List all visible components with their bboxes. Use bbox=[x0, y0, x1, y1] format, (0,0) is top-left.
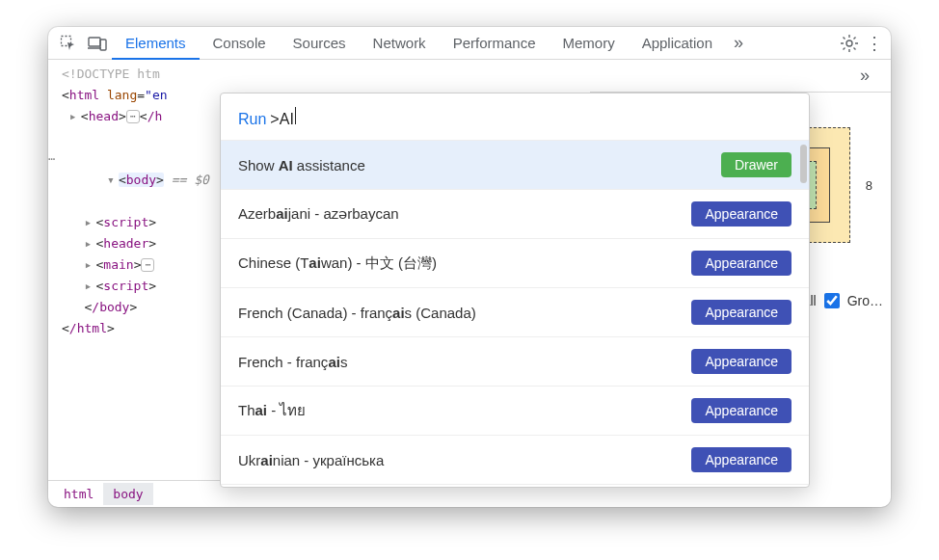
command-input[interactable]: >AI bbox=[270, 111, 293, 128]
tab-performance[interactable]: Performance bbox=[440, 27, 550, 59]
command-item[interactable]: Thai - ไทยAppearance bbox=[221, 387, 809, 436]
tab-console[interactable]: Console bbox=[200, 27, 280, 59]
script-tag[interactable]: script bbox=[103, 215, 148, 229]
selected-annotation: == $0 bbox=[172, 173, 209, 187]
head-tag[interactable]: head bbox=[89, 109, 119, 123]
command-list: Show AI assistanceDrawerAzerbaijani - az… bbox=[221, 140, 809, 487]
command-item[interactable]: Ukrainian - українськаAppearance bbox=[221, 436, 809, 485]
tab-network[interactable]: Network bbox=[360, 27, 440, 59]
doctype: <!DOCTYPE htm bbox=[62, 67, 160, 81]
scrollbar[interactable] bbox=[800, 145, 807, 183]
command-item-badge: Appearance bbox=[691, 349, 791, 374]
svg-point-4 bbox=[846, 40, 852, 46]
command-item-label: French - français bbox=[238, 354, 347, 370]
tab-bar: ElementsConsoleSourcesNetworkPerformance… bbox=[48, 27, 891, 60]
pane-overflow-icon[interactable]: » bbox=[860, 66, 870, 86]
html-open: <html lang="en bbox=[62, 88, 168, 102]
command-item[interactable]: Azerbaijani - azərbaycanAppearance bbox=[221, 190, 809, 239]
styles-pane-bar: » bbox=[590, 60, 891, 93]
command-item-badge: Appearance bbox=[691, 251, 791, 276]
command-item-badge: Appearance bbox=[691, 447, 791, 472]
caret-icon bbox=[295, 107, 296, 124]
group-label: Gro… bbox=[847, 293, 883, 308]
box-model-value: 8 bbox=[866, 178, 872, 193]
command-prefix: Run bbox=[238, 111, 266, 128]
body-tag[interactable]: <body> bbox=[119, 173, 164, 187]
group-checkbox[interactable] bbox=[824, 293, 840, 308]
svg-rect-1 bbox=[89, 38, 100, 46]
command-item-label: Ukrainian - українська bbox=[238, 452, 384, 468]
tabs-overflow-icon[interactable]: » bbox=[726, 27, 751, 59]
command-item[interactable]: Show ApplicationPanel bbox=[221, 485, 809, 487]
tab-memory[interactable]: Memory bbox=[550, 27, 629, 59]
more-icon[interactable]: ⋮ bbox=[866, 33, 883, 54]
command-item-badge: Appearance bbox=[691, 201, 791, 227]
tab-elements[interactable]: Elements bbox=[112, 27, 200, 59]
command-item-label: Chinese (Taiwan) - 中文 (台灣) bbox=[238, 254, 437, 273]
command-item-badge: Appearance bbox=[691, 300, 791, 325]
command-item[interactable]: French (Canada) - français (Canada)Appea… bbox=[221, 288, 809, 337]
body-close: /body bbox=[92, 300, 129, 314]
breadcrumb-item[interactable]: html bbox=[54, 483, 103, 505]
command-item[interactable]: Chinese (Taiwan) - 中文 (台灣)Appearance bbox=[221, 239, 809, 288]
header-tag[interactable]: header bbox=[103, 236, 148, 251]
ellipsis-icon[interactable]: ⋯ bbox=[126, 110, 140, 123]
script-tag[interactable]: script bbox=[103, 279, 148, 293]
html-close: /html bbox=[69, 321, 107, 335]
command-input-row: Run >AI bbox=[221, 107, 809, 140]
tabs: ElementsConsoleSourcesNetworkPerformance… bbox=[112, 27, 726, 59]
devtools-window: ElementsConsoleSourcesNetworkPerformance… bbox=[48, 27, 891, 507]
command-item-label: Thai - ไทย bbox=[238, 399, 306, 422]
command-item-label: French (Canada) - français (Canada) bbox=[238, 305, 476, 321]
command-item-badge: Appearance bbox=[691, 398, 791, 423]
breadcrumb-item[interactable]: body bbox=[103, 483, 152, 505]
command-item[interactable]: French - françaisAppearance bbox=[221, 337, 809, 387]
tab-sources[interactable]: Sources bbox=[280, 27, 360, 59]
toolbar-right: ⋮ bbox=[837, 27, 891, 59]
device-toggle-icon[interactable] bbox=[83, 27, 112, 59]
settings-icon[interactable] bbox=[837, 34, 862, 53]
ellipsis-icon[interactable]: ⋯ bbox=[141, 258, 154, 272]
command-item-label: Show AI assistance bbox=[238, 157, 365, 173]
command-palette: Run >AI Show AI assistanceDrawerAzerbaij… bbox=[220, 93, 810, 488]
tab-application[interactable]: Application bbox=[629, 27, 726, 59]
main-tag[interactable]: main bbox=[103, 257, 133, 272]
command-item-badge: Drawer bbox=[721, 152, 791, 177]
command-item[interactable]: Show AI assistanceDrawer bbox=[221, 141, 809, 190]
command-item-label: Azerbaijani - azərbaycan bbox=[238, 205, 399, 223]
inspect-icon[interactable] bbox=[54, 27, 83, 59]
more-actions-icon[interactable]: ⋯ bbox=[48, 148, 66, 170]
